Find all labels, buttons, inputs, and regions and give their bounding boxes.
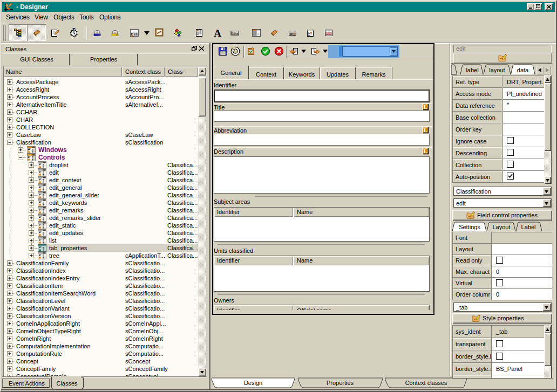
svg-text:L: L [424,104,427,110]
svg-text:L: L [424,127,427,133]
svg-text:Edba: Edba [232,32,239,35]
svg-text:label: label [466,67,478,73]
svg-text:Context classes: Context classes [405,380,447,386]
svg-text:Properties: Properties [327,380,354,386]
svg-text:Classes: Classes [56,380,78,387]
svg-text:layout: layout [489,67,505,73]
svg-text:Design: Design [244,380,262,386]
svg-text:L: L [424,148,427,154]
svg-text:Settings: Settings [459,224,480,230]
svg-text:data: data [517,67,529,73]
svg-text:Label: Label [521,224,536,230]
svg-text:A: A [214,29,221,37]
svg-text:Event Actions: Event Actions [9,380,45,387]
svg-text:Layout: Layout [492,224,510,230]
